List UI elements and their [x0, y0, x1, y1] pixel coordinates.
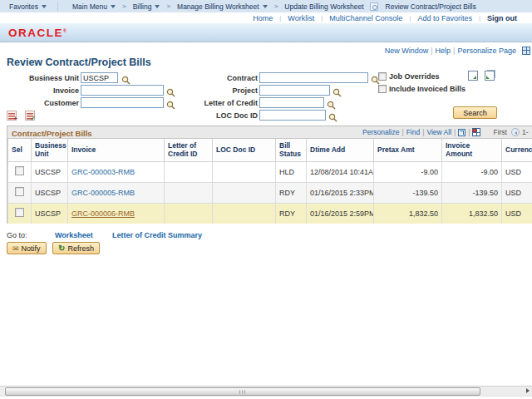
cell-dtime-add: 12/08/2014 10:41AM	[307, 161, 374, 182]
refresh-button[interactable]: Refresh	[52, 242, 100, 254]
invoice-link[interactable]: GRC-000003-RMB	[71, 168, 135, 176]
breadcrumb-manage-billing-worksheet[interactable]: Manage Billing Worksheet	[177, 2, 268, 11]
worklist-link[interactable]: Worklist	[288, 14, 314, 22]
list-edit-icon[interactable]	[25, 111, 35, 121]
home-link[interactable]: Home	[253, 14, 273, 22]
contract-project-bills-grid: Contract/Project Bills Personalize Find …	[7, 126, 532, 224]
breadcrumb-separator	[274, 2, 278, 10]
chevron-down-icon	[42, 5, 47, 8]
breadcrumb-update-billing-worksheet[interactable]: Update Billing Worksheet	[284, 2, 363, 11]
cell-loc-doc-id	[213, 203, 276, 224]
breadcrumb-main-menu[interactable]: Main Menu	[72, 2, 116, 11]
breadcrumb-divider	[57, 2, 58, 11]
breadcrumb: Favorites Main Menu Billing Manage Billi…	[0, 0, 532, 12]
job-overrides-checkbox[interactable]	[378, 72, 387, 81]
column-header-invoice-amount[interactable]: Invoice Amount	[442, 139, 502, 161]
search-button[interactable]: Search	[453, 106, 497, 119]
link-separator	[468, 126, 470, 138]
column-header-sel[interactable]: Sel	[8, 139, 32, 161]
cell-currency: USD	[502, 203, 532, 224]
horizontal-scrollbar[interactable]	[0, 386, 532, 397]
cell-pretax-amt: -9.00	[374, 161, 442, 182]
zoom-grid-icon[interactable]	[458, 129, 466, 136]
column-header-currency[interactable]: Currency	[502, 139, 532, 161]
scrollbar-right-arrow-icon[interactable]	[526, 388, 530, 393]
letter-of-credit-input[interactable]	[259, 97, 324, 108]
view-all-link[interactable]: View All	[426, 126, 451, 138]
notify-button[interactable]: Notify	[7, 242, 47, 254]
help-link[interactable]: Help	[436, 47, 451, 55]
column-header-loc-doc-id[interactable]: LOC Doc ID	[213, 139, 276, 161]
breadcrumb-update-billing-worksheet-label: Update Billing Worksheet	[284, 2, 363, 11]
cell-dtime-add: 01/16/2015 2:59PM	[307, 203, 374, 224]
column-header-letter-of-credit-id[interactable]: Letter of Credit ID	[165, 139, 213, 161]
job-overrides-option: Job Overrides	[378, 72, 440, 81]
project-lookup-icon[interactable]	[332, 86, 342, 95]
worksheet-link[interactable]: Worksheet	[55, 231, 93, 239]
scrollbar-thumb[interactable]	[5, 387, 480, 396]
link-separator	[401, 126, 403, 138]
related-content-lookup-icon[interactable]	[370, 2, 378, 11]
row-select-checkbox[interactable]	[15, 166, 24, 175]
transfer-page-icon[interactable]	[468, 71, 478, 81]
loc-doc-id-input[interactable]	[259, 110, 326, 121]
link-separator	[453, 47, 455, 55]
letter-of-credit-lookup-icon[interactable]	[327, 98, 336, 107]
sign-out-link[interactable]: Sign out	[487, 14, 517, 22]
page-action-bar: New Window Help Personalize Page	[0, 46, 532, 56]
invoice-link[interactable]: GRC-000006-RMB	[71, 209, 135, 218]
column-header-business-unit[interactable]: Business Unit	[32, 139, 68, 161]
table-header-row: Sel Business Unit Invoice Letter of Cred…	[8, 139, 532, 161]
copy-page-icon[interactable]	[485, 71, 495, 81]
link-separator	[431, 47, 432, 55]
row-select-checkbox[interactable]	[15, 208, 24, 217]
pager-first-icon[interactable]	[511, 128, 520, 136]
personalize-link[interactable]: Personalize	[362, 126, 399, 138]
table-row: USCSP GRC-000003-RMB HLD 12/08/2014 10:4…	[8, 161, 532, 182]
table-row: USCSP GRC-000005-RMB RDY 01/16/2015 2:33…	[8, 182, 532, 203]
link-separator	[454, 126, 456, 138]
link-separator	[279, 14, 281, 22]
column-header-dtime-add[interactable]: Dtime Add	[307, 139, 374, 161]
row-select-checkbox[interactable]	[15, 187, 24, 196]
contract-input[interactable]	[259, 72, 368, 83]
oracle-logo: ORACLE®	[8, 27, 66, 39]
scrollbar-grip	[239, 390, 246, 394]
letter-of-credit-summary-link[interactable]: Letter of Credit Summary	[112, 231, 202, 239]
cell-dtime-add: 01/16/2015 2:33PM	[307, 182, 374, 203]
link-separator	[479, 14, 480, 22]
download-to-excel-icon[interactable]	[472, 128, 480, 136]
cell-currency: USD	[502, 182, 532, 203]
link-separator	[321, 14, 323, 22]
breadcrumb-favorites[interactable]: Favorites	[9, 2, 47, 11]
invoice-label: Invoice	[0, 86, 79, 96]
business-unit-input[interactable]	[81, 72, 118, 83]
cell-bill-status: RDY	[276, 203, 307, 224]
multichannel-console-link[interactable]: MultiChannel Console	[329, 14, 402, 22]
find-link[interactable]: Find	[406, 126, 421, 138]
breadcrumb-separator	[122, 2, 126, 10]
business-unit-lookup-icon[interactable]	[121, 73, 131, 82]
letter-of-credit-label: Letter of Credit	[150, 98, 258, 108]
breadcrumb-billing[interactable]: Billing	[133, 2, 160, 11]
notify-button-label: Notify	[22, 244, 41, 253]
loc-doc-id-lookup-icon[interactable]	[328, 111, 337, 120]
customer-label: Customer	[0, 98, 79, 108]
page-layout-grid-icon[interactable]	[522, 47, 530, 55]
list-add-icon[interactable]	[7, 111, 17, 121]
cell-invoice-amount: 1,832.50	[442, 203, 502, 224]
add-to-favorites-link[interactable]: Add to Favorites	[417, 14, 472, 22]
column-header-pretax-amt[interactable]: Pretax Amt	[374, 139, 442, 161]
personalize-page-link[interactable]: Personalize Page	[457, 47, 516, 55]
column-header-invoice[interactable]: Invoice	[68, 139, 165, 161]
cell-pretax-amt: 1,832.50	[374, 203, 442, 224]
cell-bill-status: RDY	[276, 182, 307, 203]
column-header-bill-status[interactable]: Bill Status	[276, 139, 307, 161]
include-invoiced-bills-checkbox[interactable]	[378, 85, 387, 93]
project-input[interactable]	[259, 85, 330, 96]
chevron-down-icon	[263, 5, 268, 8]
invoice-link[interactable]: GRC-000005-RMB	[71, 189, 135, 197]
bills-table: Sel Business Unit Invoice Letter of Cred…	[7, 139, 532, 224]
link-separator	[409, 14, 411, 22]
new-window-link[interactable]: New Window	[385, 47, 429, 55]
